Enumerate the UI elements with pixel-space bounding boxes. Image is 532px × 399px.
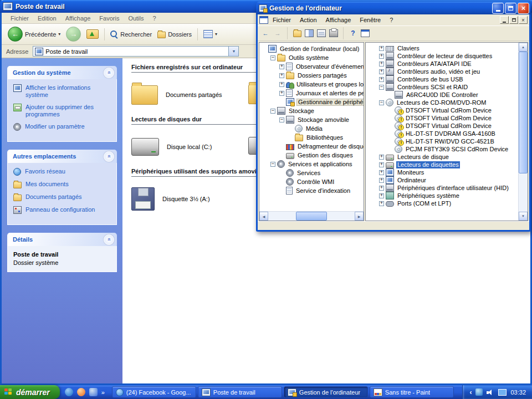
menu-fichier[interactable]: Fichier <box>268 17 295 23</box>
expand-toggle[interactable]: + <box>379 162 384 167</box>
tree-item[interactable]: +Claviers <box>369 44 518 52</box>
expand-toggle[interactable]: − <box>379 100 384 105</box>
tree-item[interactable]: Service d'indexation <box>260 186 364 195</box>
expand-toggle[interactable]: + <box>379 201 384 206</box>
taskbar-button-sans-titre-paint[interactable]: Sans titre - Paint <box>370 386 454 398</box>
expand-toggle[interactable]: + <box>279 73 284 78</box>
sidebar-link[interactable]: Mes documents <box>13 181 113 188</box>
expand-toggle[interactable]: + <box>379 170 384 175</box>
expand-toggle[interactable]: + <box>379 193 384 198</box>
tree-item[interactable]: −Lecteurs de CD-ROM/DVD-ROM <box>369 99 518 106</box>
panel-chevron-icon[interactable]: » <box>104 234 114 245</box>
expand-toggle[interactable]: + <box>379 77 384 82</box>
back-dropdown-icon[interactable]: ▾ <box>58 32 60 37</box>
file-item[interactable]: Disque local (C:) <box>131 138 212 156</box>
tree-item[interactable]: −Services et applications <box>260 160 364 168</box>
tree-item[interactable]: +Contrôleurs audio, vidéo et jeu <box>369 68 518 75</box>
hscroll-thumb[interactable] <box>296 212 327 221</box>
print-button[interactable] <box>328 28 339 39</box>
app-quicklaunch-icon[interactable] <box>77 388 85 396</box>
menu-outils[interactable]: Outils <box>124 15 148 22</box>
tree-item[interactable]: −Stockage <box>260 106 364 115</box>
file-item[interactable]: Documents partagés <box>131 85 222 105</box>
address-dropdown-button[interactable]: ▼ <box>228 47 238 56</box>
expand-toggle[interactable]: − <box>270 109 275 114</box>
sidebar-panel-header[interactable]: Détails» <box>7 233 117 246</box>
tree-item[interactable]: Contrôle WMI <box>260 177 364 186</box>
scroll-down-button[interactable]: ▼ <box>519 212 528 221</box>
vscroll-thumb[interactable] <box>519 52 528 173</box>
clock[interactable]: 03:32 <box>510 389 526 396</box>
menu-fichier[interactable]: Fichier <box>6 15 33 22</box>
mdi-close-button[interactable]: × <box>519 16 528 24</box>
tree-item[interactable]: +Lecteurs de disque <box>369 153 518 161</box>
tree-item[interactable]: Gestionnaire de périphériques <box>260 98 364 106</box>
tree-item[interactable]: Média <box>260 124 364 133</box>
expand-toggle[interactable]: − <box>270 55 275 60</box>
sidebar-link[interactable]: Documents partagés <box>13 193 113 201</box>
vertical-scrollbar[interactable]: ▲ ▼ <box>518 43 528 221</box>
tree-item[interactable]: +Ordinateur <box>369 176 518 184</box>
panel-chevron-icon[interactable]: » <box>104 151 114 162</box>
help-button[interactable]: ? <box>347 28 359 39</box>
vscroll-track[interactable] <box>519 52 528 212</box>
folders-button[interactable]: Dossiers <box>155 25 195 43</box>
minimize-button[interactable] <box>492 3 504 14</box>
hide-icons-chevron[interactable]: ‹ <box>469 388 472 396</box>
address-input[interactable]: Poste de travail ▼ <box>33 46 239 57</box>
views-button[interactable]: ▾ <box>201 25 220 43</box>
tree-item[interactable]: −Contrôleurs SCSI et RAID <box>369 83 518 91</box>
tree-item[interactable]: +Observateur d'événements <box>260 62 364 71</box>
start-button[interactable]: démarrer <box>0 385 60 399</box>
expand-toggle[interactable]: + <box>379 155 384 160</box>
sidebar-link[interactable]: Ajouter ou supprimer des programmes <box>13 104 113 118</box>
menu-item[interactable]: ? <box>385 17 397 23</box>
nav-forward-button[interactable]: → <box>272 28 283 39</box>
tree-item[interactable]: DTSOFT Virtual CdRom Device <box>369 106 518 114</box>
tree-item[interactable]: +Contrôleurs de bus USB <box>369 75 518 83</box>
network-icon[interactable] <box>498 389 507 396</box>
taskbar-button-24-facebook-goog[interactable]: (24) Facebook - Goog... <box>112 386 196 398</box>
tree-item[interactable]: +Périphériques d'interface utilisateur (… <box>369 184 518 192</box>
expand-toggle[interactable]: + <box>279 91 284 96</box>
show-console-tree-button[interactable] <box>304 28 315 39</box>
hscroll-track[interactable] <box>268 212 355 221</box>
tree-item[interactable]: +Ports (COM et LPT) <box>369 200 518 207</box>
sidebar-link[interactable]: Favoris réseau <box>13 168 113 176</box>
tree-item[interactable]: +Contrôleur de lecteur de disquettes <box>369 52 518 60</box>
quicklaunch-overflow-chevron[interactable]: » <box>101 389 105 396</box>
expand-toggle[interactable]: + <box>379 186 384 191</box>
menu-affichage[interactable]: Affichage <box>321 17 356 23</box>
menu-fen-tre[interactable]: Fenêtre <box>355 17 385 23</box>
tree-item[interactable]: +Moniteurs <box>369 168 518 176</box>
tree-item[interactable]: DTSOFT Virtual CdRom Device <box>369 122 518 130</box>
taskbar-button-poste-de-travail[interactable]: Poste de travail <box>198 386 282 398</box>
up-level-button[interactable] <box>291 28 303 39</box>
nav-back-button[interactable]: ← <box>260 28 271 39</box>
volume-icon[interactable] <box>487 389 494 396</box>
properties-button[interactable] <box>316 28 327 39</box>
expand-toggle[interactable]: + <box>379 178 384 183</box>
maximize-button[interactable] <box>505 3 516 14</box>
menu-edition[interactable]: Edition <box>33 15 61 22</box>
menu-favoris[interactable]: Favoris <box>95 15 124 22</box>
tree-item[interactable]: Services <box>260 168 364 177</box>
gestion-title-bar[interactable]: Gestion de l'ordinateur × <box>256 2 531 14</box>
tree-item[interactable]: HL-DT-ST RW/DVD GCC-4521B <box>369 137 518 145</box>
taskbar-button-gestion-de-l-ordinateur[interactable]: Gestion de l'ordinateur <box>284 386 368 398</box>
scroll-right-button[interactable]: ▶ <box>355 212 364 221</box>
menu-item[interactable]: ? <box>149 15 161 22</box>
close-button[interactable]: × <box>518 3 529 14</box>
tree-item[interactable]: A6RC4U0D IDE Controller <box>369 91 518 99</box>
sidebar-link[interactable]: Panneau de configuration <box>13 206 113 214</box>
mdi-minimize-button[interactable] <box>500 16 509 24</box>
panel-chevron-icon[interactable]: » <box>104 68 114 78</box>
scroll-up-button[interactable]: ▲ <box>519 43 528 52</box>
tree-item[interactable]: PCJM F8TY3K9 SCSI CdRom Device <box>369 145 518 153</box>
search-button[interactable]: Rechercher <box>108 25 155 43</box>
sidebar-link[interactable]: Modifier un paramètre <box>13 123 113 131</box>
tree-item[interactable]: Bibliothèques <box>260 133 364 142</box>
tree-item[interactable]: +Dossiers partagés <box>260 71 364 80</box>
back-button[interactable]: ← Précédente ▾ <box>5 25 63 43</box>
browser-quicklaunch-icon[interactable] <box>65 388 73 396</box>
